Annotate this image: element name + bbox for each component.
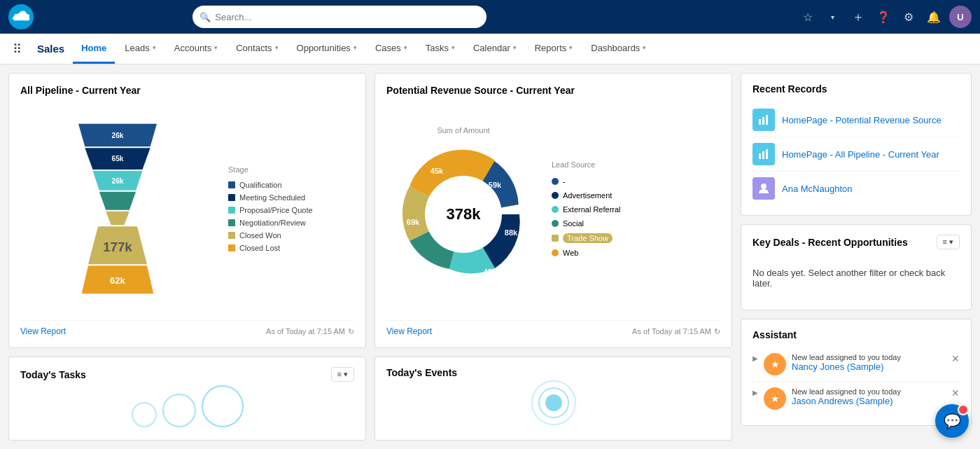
- nav-item-contacts[interactable]: Contacts ▾: [227, 34, 286, 64]
- dashboards-chevron: ▾: [643, 44, 646, 51]
- recent-record-link-1[interactable]: HomePage - All Pipeline - Current Year: [782, 149, 939, 160]
- nav-item-tasks[interactable]: Tasks ▾: [417, 34, 463, 64]
- donut-legend: Lead Source - Advertisement: [552, 160, 621, 257]
- pipeline-card: All Pipeline - Current Year 26k 65k: [8, 73, 366, 348]
- nav-item-dashboards[interactable]: Dashboards ▾: [582, 34, 654, 64]
- nav-items: Home Leads ▾ Accounts ▾ Contacts ▾ Oppor…: [73, 34, 654, 64]
- assistant-close-btn-1[interactable]: ✕: [951, 387, 960, 399]
- assistant-link-0[interactable]: Nancy Jones (Sample): [792, 361, 884, 372]
- left-center-column: All Pipeline - Current Year 26k 65k: [8, 73, 732, 441]
- chat-badge: [958, 404, 969, 415]
- tasks-body: [20, 382, 354, 424]
- opportunities-chevron: ▾: [354, 44, 357, 51]
- donut-legend-item-1: Advertisement: [552, 191, 621, 200]
- assistant-chevron-1[interactable]: ▶: [752, 389, 758, 396]
- recent-records-title: Recent Records: [752, 83, 960, 95]
- chat-bubble-btn[interactable]: 💬: [935, 404, 969, 438]
- tasks-link[interactable]: Tasks ▾: [417, 34, 463, 64]
- notifications-btn[interactable]: 🔔: [924, 7, 944, 27]
- opportunities-link[interactable]: Opportunities ▾: [288, 34, 365, 64]
- assistant-content-1: New lead assigned to you today Jason And…: [792, 387, 946, 406]
- svg-marker-6: [99, 192, 135, 210]
- svg-rect-23: [762, 151, 764, 159]
- dashboards-link[interactable]: Dashboards ▾: [582, 34, 654, 64]
- settings-btn[interactable]: ⚙: [899, 7, 918, 27]
- svg-point-25: [761, 184, 766, 189]
- events-card-header: Today's Events: [386, 367, 720, 378]
- bottom-row: Today's Tasks ≡ ▾ Today's Events: [8, 357, 732, 441]
- recent-record-link-0[interactable]: HomePage - Potential Revenue Source: [782, 115, 941, 125]
- nav-item-calendar[interactable]: Calendar ▾: [465, 34, 525, 64]
- legend-item-3: Negotiation/Review: [228, 219, 354, 227]
- salesforce-logo[interactable]: [8, 4, 34, 29]
- legend-dot-1: [228, 194, 235, 201]
- user-avatar-btn[interactable]: U: [949, 6, 972, 28]
- donut-card: Potential Revenue Source - Current Year …: [374, 73, 732, 348]
- contacts-chevron: ▾: [275, 44, 279, 51]
- donut-legend-item-5: Web: [552, 249, 621, 257]
- nav-item-reports[interactable]: Reports ▾: [526, 34, 582, 64]
- assistant-icon-1: ★: [764, 387, 786, 410]
- recent-record-1: HomePage - All Pipeline - Current Year: [752, 137, 960, 172]
- recent-record-link-2[interactable]: Ana McNaughton: [782, 184, 852, 194]
- pipeline-view-report-link[interactable]: View Report: [20, 326, 66, 336]
- assistant-close-btn-0[interactable]: ✕: [951, 353, 960, 364]
- legend-title-stage: Stage: [228, 165, 354, 174]
- legend-item-2: Proposal/Price Quote: [228, 206, 354, 214]
- donut-inner: Sum of Amount: [386, 103, 720, 315]
- record-icon-chart-1: [752, 143, 775, 165]
- calendar-chevron: ▾: [513, 44, 517, 51]
- nav-item-cases[interactable]: Cases ▾: [367, 34, 416, 64]
- record-icon-person-2: [752, 177, 775, 200]
- nav-item-home[interactable]: Home: [73, 34, 115, 64]
- top-actions: ☆ ▾ ＋ ❓ ⚙ 🔔 U: [798, 6, 972, 28]
- nav-item-leads[interactable]: Leads ▾: [116, 34, 164, 64]
- help-btn[interactable]: ❓: [874, 7, 893, 27]
- tasks-card-header: Today's Tasks ≡ ▾: [20, 367, 354, 382]
- home-link[interactable]: Home: [73, 34, 115, 64]
- accounts-link[interactable]: Accounts ▾: [166, 34, 226, 64]
- key-deals-filter-btn[interactable]: ≡ ▾: [937, 235, 960, 249]
- donut-legend-item-4: Trade Show: [552, 233, 621, 243]
- contacts-link[interactable]: Contacts ▾: [227, 34, 286, 64]
- assistant-chevron-0[interactable]: ▶: [752, 354, 758, 362]
- assistant-link-1[interactable]: Jason Andrews (Sample): [792, 396, 893, 406]
- key-deals-title: Key Deals - Recent Opportunities: [752, 237, 908, 248]
- svg-text:65k: 65k: [111, 155, 123, 163]
- legend-dot-4: [228, 232, 235, 239]
- top-row: All Pipeline - Current Year 26k 65k: [8, 73, 732, 348]
- app-launcher-btn[interactable]: ⠿: [6, 34, 29, 64]
- nav-item-accounts[interactable]: Accounts ▾: [166, 34, 226, 64]
- svg-text:62k: 62k: [110, 275, 126, 286]
- legend-dot-0: [228, 181, 235, 188]
- add-btn[interactable]: ＋: [848, 7, 868, 27]
- assistant-icon-0: ★: [764, 353, 786, 375]
- calendar-link[interactable]: Calendar ▾: [465, 34, 525, 64]
- search-input[interactable]: [192, 6, 486, 28]
- cases-link[interactable]: Cases ▾: [367, 34, 416, 64]
- donut-legend-title: Lead Source: [552, 160, 621, 169]
- donut-sum-label: Sum of Amount: [437, 126, 489, 134]
- pipeline-inner: 26k 65k 26k: [20, 103, 354, 315]
- tasks-filter-btn[interactable]: ≡ ▾: [331, 367, 354, 382]
- no-deals-message: No deals yet. Select another filter or c…: [752, 256, 960, 300]
- nav-bar: ⠿ Sales Home Leads ▾ Accounts ▾ Contacts…: [0, 34, 980, 64]
- leads-link[interactable]: Leads ▾: [116, 34, 164, 64]
- svg-rect-20: [762, 117, 764, 125]
- assistant-title: Assistant: [752, 329, 960, 340]
- chat-icon: 💬: [944, 413, 961, 429]
- donut-view-report-link[interactable]: View Report: [386, 326, 432, 336]
- reports-link[interactable]: Reports ▾: [526, 34, 582, 64]
- record-icon-chart-0: [752, 109, 775, 131]
- favorites-dropdown-btn[interactable]: ▾: [823, 7, 843, 27]
- tasks-title: Today's Tasks: [20, 369, 86, 380]
- favorites-btn[interactable]: ☆: [798, 7, 818, 27]
- svg-text:45k: 45k: [484, 268, 497, 276]
- refresh-icon[interactable]: ↻: [348, 327, 354, 336]
- funnel-wrap: 26k 65k 26k: [20, 103, 214, 315]
- svg-text:88k: 88k: [505, 228, 518, 237]
- assistant-label-0: New lead assigned to you today: [792, 353, 946, 361]
- donut-legend-dot-0: [552, 178, 559, 185]
- nav-item-opportunities[interactable]: Opportunities ▾: [288, 34, 365, 64]
- donut-refresh-icon[interactable]: ↻: [714, 327, 720, 336]
